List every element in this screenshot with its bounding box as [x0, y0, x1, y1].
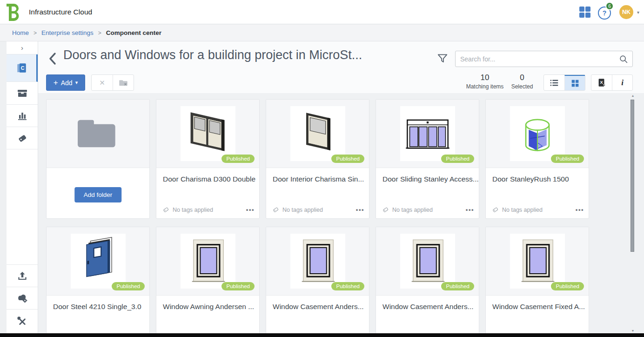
- folder-icon: [77, 118, 120, 149]
- add-folder-button[interactable]: Add folder: [74, 187, 122, 202]
- tag-icon: [272, 206, 279, 213]
- app-switcher-grid-icon[interactable]: [579, 7, 590, 18]
- sidebar-item-tags[interactable]: [7, 127, 38, 149]
- sidebar-item-archive[interactable]: [7, 82, 38, 105]
- status-badge: Published: [441, 155, 474, 163]
- list-view-button[interactable]: [544, 75, 564, 90]
- avatar[interactable]: NK: [619, 5, 633, 19]
- add-folder-card: Add folder: [46, 99, 150, 219]
- component-title: Window Awning Andersen ...: [156, 296, 259, 311]
- component-title: Door Charisma D300 Double: [156, 168, 259, 183]
- search-icon: [618, 54, 629, 64]
- window-image: [403, 237, 452, 285]
- bottom-edge-bar: [0, 333, 644, 337]
- excel-export-icon: X: [597, 78, 607, 88]
- more-menu-icon[interactable]: •••: [466, 206, 474, 213]
- add-button[interactable]: + Add ▾: [46, 74, 85, 91]
- component-card[interactable]: Published Door Steel 4210 Single_3.0 No …: [46, 227, 150, 333]
- scroll-down-icon[interactable]: ▼: [631, 329, 635, 332]
- app-title: Infrastructure Cloud: [29, 8, 92, 16]
- more-menu-icon[interactable]: •••: [356, 206, 364, 213]
- misc-actions-group: X i: [591, 74, 633, 91]
- upload-icon: [17, 270, 28, 282]
- tag-icon: [162, 206, 169, 213]
- window-image: [184, 237, 232, 285]
- bar-chart-icon: [17, 110, 28, 121]
- card-footer: No tags applied •••: [492, 206, 584, 213]
- tags-label: No tags applied: [282, 207, 353, 213]
- component-title: Door Sliding Stanley Access...: [376, 168, 479, 183]
- component-title: Window Casement Fixed A...: [486, 296, 589, 311]
- sidebar-item-tools[interactable]: [7, 310, 38, 333]
- info-icon: i: [621, 78, 624, 88]
- component-card[interactable]: Published Window Casement Anders... No t…: [376, 227, 479, 333]
- breadcrumb-enterprise-settings[interactable]: Enterprise settings: [41, 29, 94, 36]
- tag-icon: [492, 206, 499, 213]
- vertical-scrollbar[interactable]: ▲ ▼: [629, 93, 636, 333]
- clear-selection-button[interactable]: ✕: [92, 75, 113, 90]
- more-menu-icon[interactable]: •••: [576, 206, 584, 213]
- door-sliding-image: [403, 109, 452, 158]
- top-bar: Infrastructure Cloud ? 6 NK ▾: [0, 0, 644, 24]
- card-footer: No tags applied •••: [162, 206, 255, 213]
- component-card[interactable]: Published Door Sliding Stanley Access...…: [376, 99, 479, 219]
- content-area: Add folder: [38, 93, 644, 333]
- folder-thumbnail: [47, 100, 149, 168]
- grid-view-button[interactable]: [564, 75, 585, 90]
- export-excel-button[interactable]: X: [591, 75, 612, 90]
- help-button[interactable]: ? 6: [598, 5, 612, 19]
- component-thumbnail: Published: [156, 227, 259, 296]
- status-badge: Published: [112, 282, 145, 290]
- component-thumbnail: Published: [486, 100, 589, 168]
- component-card[interactable]: Published Window Awning Andersen ... No …: [156, 227, 260, 333]
- component-title: Door Steel 4210 Single_3.0: [47, 296, 149, 311]
- component-thumbnail: Published: [376, 227, 479, 296]
- folder-remove-icon: [119, 78, 128, 88]
- sidebar-item-reports[interactable]: [7, 105, 38, 127]
- selection-actions-group: ✕: [91, 74, 134, 91]
- status-badge: Published: [551, 282, 584, 290]
- tools-icon: [17, 316, 28, 327]
- card-footer: No tags applied •••: [272, 206, 364, 213]
- card-footer: No tags applied •••: [382, 206, 474, 213]
- status-badge: Published: [331, 282, 364, 290]
- component-thumbnail: Published: [156, 100, 259, 168]
- component-title: Window Casement Anders...: [266, 296, 369, 311]
- tags-label: No tags applied: [502, 207, 572, 213]
- sidebar-expand-button[interactable]: ›: [7, 41, 38, 54]
- component-card[interactable]: Published Door StanleyRush 1500 No tags …: [485, 99, 589, 219]
- component-card[interactable]: Published Window Casement Anders... No t…: [266, 227, 369, 333]
- sidebar-item-upload[interactable]: [7, 264, 38, 287]
- component-card[interactable]: Published Door Interior Charisma Sin... …: [266, 99, 369, 219]
- sidebar-item-catalog[interactable]: C: [7, 54, 38, 82]
- main-panel: Doors and Windows for a building project…: [38, 41, 644, 333]
- notification-badge: 6: [605, 2, 614, 10]
- window-image: [294, 237, 342, 285]
- info-button[interactable]: i: [612, 75, 632, 90]
- selected-counter: 0 Selected: [508, 73, 536, 90]
- sidebar-item-cloud-settings[interactable]: [7, 287, 38, 310]
- archive-box-icon: [17, 88, 28, 99]
- scrollbar-thumb[interactable]: [631, 100, 634, 252]
- bentley-logo-icon: [6, 3, 22, 21]
- component-card[interactable]: Published Door Charisma D300 Double No t…: [156, 99, 260, 219]
- remove-from-folder-button[interactable]: [113, 75, 134, 90]
- add-button-label: Add: [61, 79, 73, 87]
- component-card[interactable]: Published Window Casement Fixed A... No …: [485, 227, 589, 333]
- chevron-down-icon[interactable]: ▾: [637, 10, 639, 15]
- back-button[interactable]: [47, 52, 58, 66]
- breadcrumb-sep-icon: >: [34, 30, 37, 36]
- component-thumbnail: Published: [266, 227, 369, 296]
- breadcrumb-home[interactable]: Home: [12, 29, 29, 36]
- component-title: Door Interior Charisma Sin...: [266, 168, 369, 183]
- breadcrumb-sep-icon: >: [98, 30, 101, 36]
- scroll-up-icon[interactable]: ▲: [631, 94, 635, 97]
- breadcrumb: Home > Enterprise settings > Component c…: [0, 25, 644, 41]
- search-input[interactable]: [460, 51, 614, 67]
- component-thumbnail: Published: [47, 227, 149, 296]
- filter-funnel-icon[interactable]: [436, 53, 449, 65]
- selected-count: 0: [508, 73, 536, 82]
- more-menu-icon[interactable]: •••: [246, 206, 255, 213]
- door-revolving-image: [513, 109, 562, 158]
- component-thumbnail: Published: [266, 100, 369, 168]
